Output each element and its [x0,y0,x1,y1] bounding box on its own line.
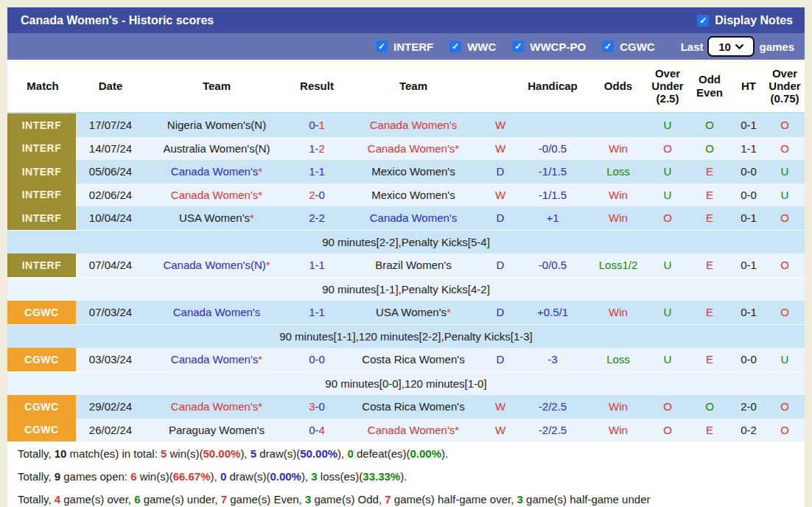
away-team-cell: Costa Rica Women's [343,400,483,413]
home-team-link[interactable]: Canada Women's [171,165,258,178]
away-team-link[interactable]: Canada Women's [370,119,457,131]
home-team-link[interactable]: Nigeria Women's(N) [167,119,266,131]
league-badge-cell: CGWC [7,301,78,324]
league-filter-toggle[interactable]: ✓ INTERF [376,41,433,53]
away-team-link[interactable]: Mexico Women's [371,165,455,178]
league-filters: ✓ INTERF ✓ WWC ✓ WWCP-PO ✓ CGWC [376,41,655,53]
away-team-link[interactable]: Canada Women's [368,142,455,155]
wdl-cell: D [483,353,517,366]
league-badge: CGWC [7,395,76,419]
over-under-075-cell: U [765,189,805,201]
away-team-cell: Costa Rica Women's [343,353,483,366]
over-under-075-cell: O [765,142,805,155]
home-team-link[interactable]: Canada Women's [171,400,258,413]
checkbox-checked-icon[interactable]: ✓ [449,41,461,52]
handicap-cell: -3 [517,353,588,366]
odd-even-cell: E [687,189,732,201]
home-team-cell: Canada Women's* [143,400,290,413]
match-date: 26/02/24 [78,424,143,436]
summary-footer: Totally, 10 match(es) in total: 5 win(s)… [7,441,805,507]
home-team-link[interactable]: USA Women's [179,211,250,224]
games-label: games [759,41,794,53]
table-header: Match Date Team Result Team Handicap Odd… [7,60,805,113]
table-row: INTERF 07/04/24 Canada Women's(N)* 1-1 B… [7,254,805,277]
league-badge-cell: INTERF [7,183,78,207]
odds-cell: Win [588,424,648,436]
display-notes-toggle[interactable]: ✓ Display Notes [697,14,793,27]
handicap-cell: +1 [517,211,588,224]
away-team-cell: Mexico Women's [343,165,483,178]
home-team-link[interactable]: Canada Women's [173,306,260,318]
league-badge: INTERF [7,183,76,207]
away-team-link[interactable]: Brazil Women's [375,259,451,271]
match-note-row: 90 minutes[1-1],Penalty Kicks[4-2] [7,277,805,301]
table-row: INTERF 17/07/24 Nigeria Women's(N) 0-1 C… [7,113,805,137]
league-filter-label: CGWC [620,41,655,53]
over-under-075-cell: U [765,353,805,366]
away-team-link[interactable]: Mexico Women's [371,189,455,201]
page-title: Canada Women's - Historic scores [21,14,214,27]
away-team-link[interactable]: Costa Rica Women's [362,353,464,366]
away-team-link[interactable]: Costa Rica Women's [362,400,464,413]
table-row: CGWC 29/02/24 Canada Women's* 3-0 Costa … [7,395,805,419]
match-date: 10/04/24 [78,211,143,224]
over-under-075-cell: O [765,424,805,436]
league-badge: INTERF [7,113,76,137]
wdl-cell: W [483,119,517,131]
away-star: * [447,306,451,318]
checkbox-checked-icon[interactable]: ✓ [602,41,614,52]
result-cell: 3-0 [290,400,343,413]
wdl-cell: W [483,142,517,155]
away-team-cell: Canada Women's [343,119,483,131]
over-under-25-cell: O [648,211,687,224]
over-under-25-cell: U [648,306,687,318]
home-team-link[interactable]: Canada Women's [171,353,258,366]
home-team-link[interactable]: Australia Women's(N) [163,142,270,155]
home-team-link[interactable]: Paraguay Women's [169,424,265,436]
away-team-link[interactable]: Canada Women's [370,211,457,224]
league-badge-cell: INTERF [7,137,78,161]
summary-line: Totally, 4 game(s) over, 6 game(s) under… [7,488,805,507]
col-odds: Odds [588,80,648,92]
odd-even-cell: O [687,119,732,131]
table-body: INTERF 17/07/24 Nigeria Women's(N) 0-1 C… [7,113,805,441]
odd-even-cell: E [687,211,732,224]
ht-cell: 1-1 [732,142,765,155]
handicap-cell: -1/1.5 [517,165,588,178]
league-badge-cell: INTERF [7,254,78,277]
home-team-link[interactable]: Canada Women's [171,189,258,201]
odds-cell: Loss [588,165,648,178]
over-under-25-cell: O [648,400,687,413]
table-row: INTERF 02/06/24 Canada Women's* 2-0 Mexi… [7,183,805,207]
league-filter-toggle[interactable]: ✓ WWCP-PO [512,41,586,53]
summary-line: Totally, 9 games open: 6 win(s)(66.67%),… [7,465,805,488]
ht-cell: 0-0 [732,165,765,178]
league-badge-cell: INTERF [7,113,78,137]
home-team-cell: Paraguay Women's [143,424,290,436]
checkbox-checked-icon[interactable]: ✓ [512,41,524,52]
league-badge: INTERF [7,206,76,230]
home-team-link[interactable]: Canada Women's(N) [163,259,265,271]
handicap-cell: -2/2.5 [517,400,588,413]
away-team-link[interactable]: USA Women's [376,306,447,318]
odds-cell: Win [588,400,648,413]
home-star: * [266,259,270,271]
league-filter-toggle[interactable]: ✓ CGWC [602,41,655,53]
table-row: CGWC 26/02/24 Paraguay Women's 0-4 Canad… [7,419,805,442]
over-under-25-cell: O [648,424,687,436]
checkbox-checked-icon[interactable]: ✓ [697,15,709,27]
away-team-cell: USA Women's* [343,306,483,318]
away-team-link[interactable]: Canada Women's [368,424,455,436]
home-team-cell: Canada Women's(N)* [143,259,290,271]
away-star: * [455,424,459,436]
odds-cell: Win [588,189,648,201]
ht-cell: 0-0 [732,353,765,366]
games-count-select[interactable]: 10 [707,36,755,57]
checkbox-checked-icon[interactable]: ✓ [376,41,388,52]
ht-cell: 0-2 [732,424,765,436]
home-star: * [258,353,262,366]
home-team-cell: Canada Women's* [143,353,290,366]
last-label: Last [681,41,704,53]
league-filter-toggle[interactable]: ✓ WWC [449,41,496,53]
match-date: 29/02/24 [78,400,143,413]
